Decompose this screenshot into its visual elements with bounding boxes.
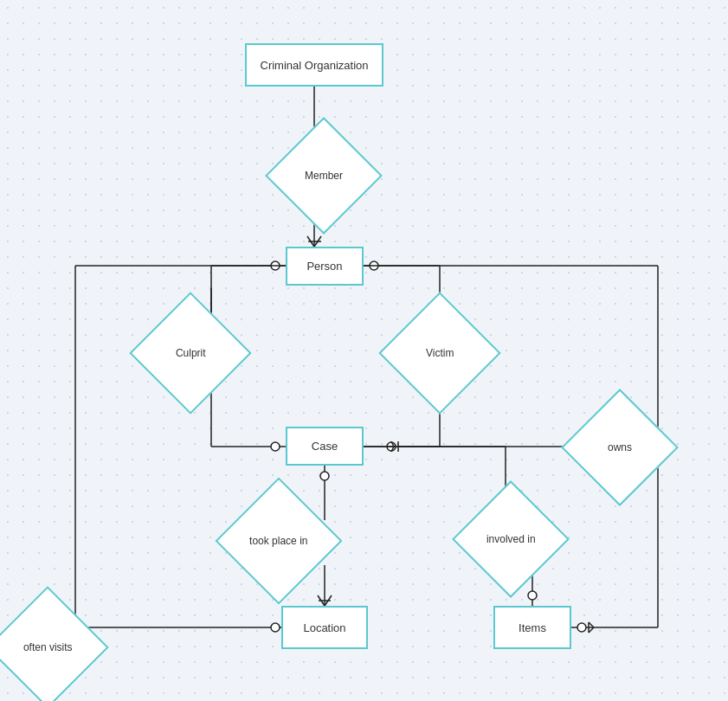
diamond-owns: owns [561, 389, 679, 506]
entity-location: Location [281, 606, 368, 649]
svg-line-25 [318, 595, 325, 606]
entity-person: Person [286, 247, 364, 286]
svg-point-16 [387, 442, 396, 451]
svg-line-26 [325, 595, 332, 606]
diamond-often-visits: often visits [0, 586, 109, 701]
svg-line-2 [307, 236, 314, 247]
diamond-involved-in: involved in [452, 480, 570, 598]
svg-line-18 [391, 441, 394, 447]
entity-items: Items [493, 606, 571, 649]
svg-line-36 [589, 627, 594, 633]
svg-point-33 [577, 623, 586, 632]
svg-point-23 [320, 472, 329, 480]
entity-criminal-org: Criminal Organization [245, 43, 383, 87]
diagram-lines [0, 0, 728, 701]
svg-point-13 [370, 261, 378, 270]
svg-point-9 [271, 442, 280, 451]
svg-point-6 [271, 261, 280, 270]
diamond-member: Member [265, 117, 383, 235]
diamond-victim: Victim [378, 292, 500, 414]
diagram-container: Criminal Organization Member Person Culp… [0, 0, 728, 701]
entity-case: Case [286, 427, 364, 466]
svg-point-43 [271, 623, 280, 632]
svg-line-3 [314, 236, 321, 247]
diamond-culprit: Culprit [129, 292, 251, 414]
svg-point-31 [528, 591, 537, 600]
diamond-took-place-in: took place in [215, 477, 342, 604]
svg-line-35 [589, 622, 594, 627]
svg-line-19 [391, 447, 394, 452]
